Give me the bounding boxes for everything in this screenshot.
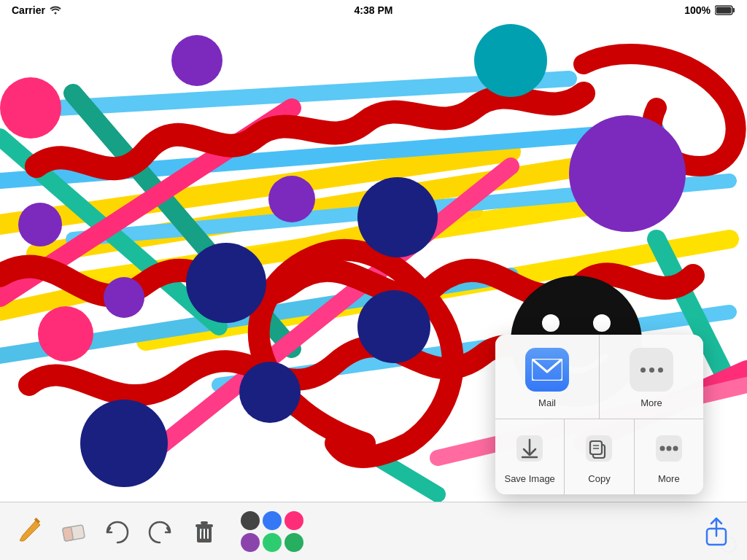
save-image-label: Save Image (504, 473, 554, 484)
more2-icon (653, 432, 685, 467)
svg-point-33 (357, 290, 430, 363)
color-swatch-pink[interactable] (285, 511, 303, 530)
mail-envelope-icon (532, 359, 562, 381)
battery-icon (715, 5, 735, 15)
svg-point-24 (38, 306, 93, 362)
carrier-label: Carrier (12, 4, 45, 16)
status-bar: Carrier 4:38 PM 100% (0, 0, 747, 20)
color-swatch-blue[interactable] (263, 511, 282, 530)
color-swatch-green[interactable] (285, 533, 303, 552)
toolbar-left (15, 511, 303, 552)
svg-point-34 (239, 362, 301, 423)
save-image-svg-icon (514, 432, 546, 464)
mail-label: Mail (538, 397, 556, 408)
color-palette (241, 511, 303, 552)
share-more2-button[interactable]: More (635, 419, 703, 494)
status-time: 4:38 PM (355, 4, 393, 16)
status-left: Carrier (12, 4, 61, 16)
svg-point-32 (80, 400, 168, 487)
svg-rect-54 (590, 441, 602, 454)
svg-rect-41 (63, 526, 74, 541)
more1-icon-bg (630, 348, 673, 392)
svg-point-60 (673, 446, 678, 451)
svg-point-25 (171, 35, 222, 86)
trash-icon (190, 518, 218, 545)
svg-rect-43 (196, 524, 213, 527)
copy-icon (583, 432, 615, 467)
eraser-tool[interactable] (58, 517, 88, 546)
share-row-1: Mail More (495, 335, 703, 419)
share-row-2: Save Image Copy (495, 419, 703, 494)
undo-tool[interactable] (102, 517, 131, 546)
share-button[interactable] (700, 516, 732, 548)
save-image-icon (514, 432, 546, 467)
more2-svg-icon (653, 432, 685, 464)
svg-point-26 (18, 203, 62, 246)
color-swatch-dark-gray[interactable] (241, 511, 260, 530)
svg-point-30 (357, 177, 438, 257)
color-swatch-purple[interactable] (241, 533, 260, 552)
share-icon (704, 517, 729, 546)
svg-point-31 (186, 243, 266, 323)
trash-tool[interactable] (190, 517, 219, 546)
more1-dots-icon (640, 368, 663, 373)
redo-icon (147, 518, 174, 545)
svg-point-35 (474, 24, 547, 97)
svg-point-23 (0, 77, 61, 139)
svg-point-29 (569, 115, 686, 232)
more2-label: More (658, 473, 680, 484)
battery-label: 100% (684, 4, 711, 16)
redo-tool[interactable] (146, 517, 175, 546)
svg-rect-3 (716, 7, 732, 14)
brush-icon (15, 518, 43, 545)
share-save-image-button[interactable]: Save Image (495, 419, 565, 494)
share-more1-button[interactable]: More (600, 335, 703, 419)
more1-label: More (640, 397, 662, 408)
svg-rect-44 (201, 521, 208, 524)
share-mail-button[interactable]: Mail (495, 335, 600, 419)
status-right: 100% (684, 4, 735, 16)
color-swatch-teal[interactable] (263, 533, 282, 552)
svg-point-59 (666, 446, 671, 451)
svg-point-0 (54, 12, 56, 15)
copy-svg-icon (583, 432, 615, 464)
svg-point-38 (593, 314, 611, 332)
svg-point-28 (268, 176, 315, 222)
svg-point-58 (659, 446, 665, 451)
bottom-toolbar (0, 502, 747, 560)
eraser-icon (59, 518, 87, 545)
svg-point-27 (104, 277, 144, 318)
copy-label: Copy (588, 473, 610, 484)
mail-app-icon (525, 348, 569, 392)
wifi-icon (50, 6, 61, 15)
undo-icon (103, 518, 131, 545)
brush-tool[interactable] (15, 517, 44, 546)
share-popup: Mail More Save Im (495, 335, 703, 494)
svg-point-37 (542, 314, 560, 332)
share-copy-button[interactable]: Copy (565, 419, 634, 494)
svg-rect-2 (733, 8, 735, 12)
